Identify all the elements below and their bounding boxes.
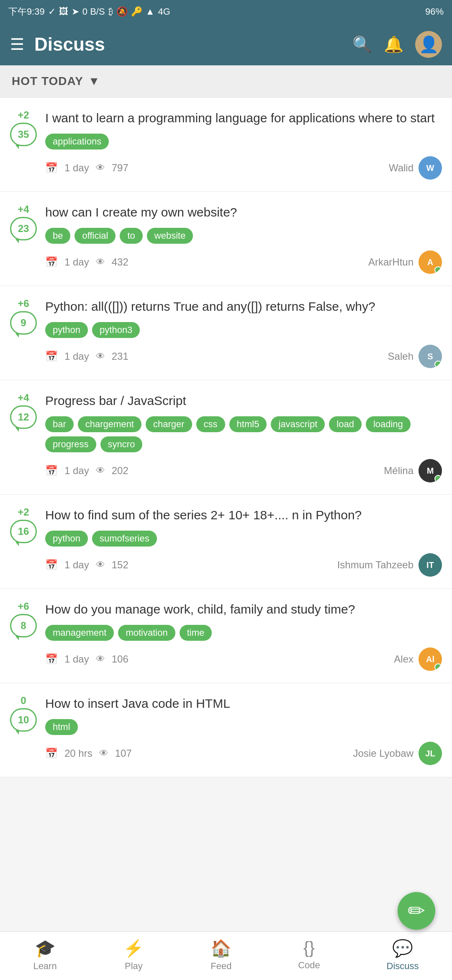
tag[interactable]: progress — [45, 436, 96, 452]
vote-comment-block: +4 12 — [10, 392, 37, 429]
vote-comment-block: 0 10 — [10, 695, 37, 732]
tag[interactable]: be — [45, 228, 70, 244]
comment-count: 9 — [21, 317, 26, 329]
tag-list: applications — [45, 134, 442, 150]
author-avatar: JL — [419, 742, 442, 765]
tag-list: barchargementchargercsshtml5javascriptlo… — [45, 416, 442, 452]
user-avatar[interactable]: 👤 — [415, 31, 442, 58]
notification-icon[interactable]: 🔔 — [384, 35, 403, 54]
tag[interactable]: syncro — [100, 436, 143, 452]
tag[interactable]: load — [329, 416, 362, 432]
status-arrow-icon: ➤ — [72, 6, 79, 17]
author-avatar: Al — [419, 647, 442, 671]
post-item-6[interactable]: +6 8 How do you manage work, child, fami… — [0, 589, 452, 683]
author-avatar: M — [419, 459, 442, 482]
tag[interactable]: javascript — [271, 416, 325, 432]
post-title[interactable]: I want to learn a programming language f… — [45, 109, 442, 127]
post-author[interactable]: ArkarHtun A — [368, 250, 442, 274]
tag-list: pythonsumofseries — [45, 531, 442, 547]
comment-count: 35 — [18, 129, 29, 140]
tag[interactable]: loading — [366, 416, 411, 432]
post-author[interactable]: Alex Al — [394, 647, 442, 671]
search-icon[interactable]: 🔍 — [352, 35, 372, 54]
post-title[interactable]: How do you manage work, child, family an… — [45, 601, 442, 618]
vote-count: 0 — [21, 695, 26, 707]
tag[interactable]: chargement — [78, 416, 141, 432]
post-list: +2 35 I want to learn a programming lang… — [0, 98, 452, 777]
tag[interactable]: python3 — [92, 322, 140, 338]
online-badge — [434, 361, 442, 368]
vote-count: +4 — [18, 392, 29, 404]
comment-bubble[interactable]: 9 — [10, 311, 37, 335]
author-name: Ishmum Tahzeeb — [337, 559, 413, 571]
post-item-5[interactable]: +2 16 How to find sum of the series 2+ 1… — [0, 495, 452, 589]
post-author[interactable]: Ishmum Tahzeeb IT — [337, 553, 442, 577]
tag[interactable]: charger — [146, 416, 192, 432]
status-wifi-icon: ▲ — [146, 6, 155, 17]
chevron-down-icon: ▼ — [88, 75, 100, 88]
calendar-icon: 📅 — [45, 256, 58, 268]
tag[interactable]: html — [45, 719, 78, 735]
comment-bubble[interactable]: 12 — [10, 405, 37, 429]
post-meta: 📅 1 day 👁 231 Saleh S — [45, 345, 442, 368]
post-item-3[interactable]: +6 9 Python: all(([])) returns True and … — [0, 286, 452, 380]
comment-bubble[interactable]: 8 — [10, 614, 37, 637]
post-item-1[interactable]: +2 35 I want to learn a programming lang… — [0, 98, 452, 192]
status-bluetooth-icon: ₿ — [108, 6, 113, 17]
status-battery: 96% — [425, 6, 444, 17]
post-title[interactable]: Python: all(([])) returns True and any([… — [45, 298, 442, 315]
tag[interactable]: sumofseries — [92, 531, 157, 547]
tag[interactable]: to — [120, 228, 142, 244]
comment-count: 12 — [18, 411, 29, 423]
post-item-7[interactable]: 0 10 How to insert Java code in HTML htm… — [0, 683, 452, 777]
eye-icon: 👁 — [96, 654, 105, 665]
tag-list: managementmotivationtime — [45, 625, 442, 641]
post-author[interactable]: Walid W — [389, 156, 442, 180]
avatar-initial: W — [426, 163, 434, 173]
vote-comment-block: +6 8 — [10, 601, 37, 637]
tag[interactable]: html5 — [229, 416, 267, 432]
eye-icon: 👁 — [96, 351, 105, 362]
post-title[interactable]: How to find sum of the series 2+ 10+ 18+… — [45, 506, 442, 524]
tag[interactable]: management — [45, 625, 114, 641]
post-author[interactable]: Saleh S — [388, 345, 442, 368]
post-title[interactable]: how can I create my own website? — [45, 204, 442, 221]
tag[interactable]: bar — [45, 416, 74, 432]
comment-bubble[interactable]: 16 — [10, 520, 37, 543]
comment-bubble[interactable]: 35 — [10, 123, 37, 146]
top-navigation: ☰ Discuss 🔍 🔔 👤 — [0, 23, 452, 65]
status-bar: 下午9:39 ✓ 🖼 ➤ 0 B/S ₿ 🔕 🔑 ▲ 4G 96% — [0, 0, 452, 23]
post-age: 1 day — [64, 162, 89, 174]
vote-comment-block: +2 35 — [10, 109, 37, 146]
online-badge — [434, 663, 442, 671]
view-count: 432 — [112, 256, 128, 268]
post-item-4[interactable]: +4 12 Progress bar / JavaScript barcharg… — [0, 380, 452, 495]
tag[interactable]: motivation — [118, 625, 175, 641]
tag[interactable]: python — [45, 531, 88, 547]
post-meta: 📅 1 day 👁 432 ArkarHtun A — [45, 250, 442, 274]
author-name: ArkarHtun — [368, 256, 413, 268]
comment-bubble[interactable]: 23 — [10, 217, 37, 240]
tag[interactable]: css — [196, 416, 225, 432]
comment-bubble[interactable]: 10 — [10, 708, 37, 732]
view-count: 797 — [112, 162, 128, 174]
post-item-2[interactable]: +4 23 how can I create my own website? b… — [0, 192, 452, 286]
tag[interactable]: website — [147, 228, 193, 244]
eye-icon: 👁 — [99, 748, 108, 759]
filter-bar[interactable]: HOT TODAY ▼ — [0, 65, 452, 98]
post-content: How do you manage work, child, family an… — [45, 601, 442, 671]
menu-icon[interactable]: ☰ — [10, 35, 24, 54]
author-name: Saleh — [388, 351, 413, 362]
post-age: 20 hrs — [64, 748, 92, 759]
author-name: Alex — [394, 653, 413, 665]
post-author[interactable]: Josie Lyobaw JL — [353, 742, 442, 765]
tag[interactable]: time — [180, 625, 212, 641]
tag[interactable]: official — [74, 228, 116, 244]
post-author[interactable]: Mélina M — [384, 459, 442, 482]
tag[interactable]: applications — [45, 134, 109, 150]
post-title[interactable]: Progress bar / JavaScript — [45, 392, 442, 410]
author-avatar: S — [419, 345, 442, 368]
page-title: Discuss — [34, 34, 342, 55]
post-title[interactable]: How to insert Java code in HTML — [45, 695, 442, 712]
tag[interactable]: python — [45, 322, 88, 338]
